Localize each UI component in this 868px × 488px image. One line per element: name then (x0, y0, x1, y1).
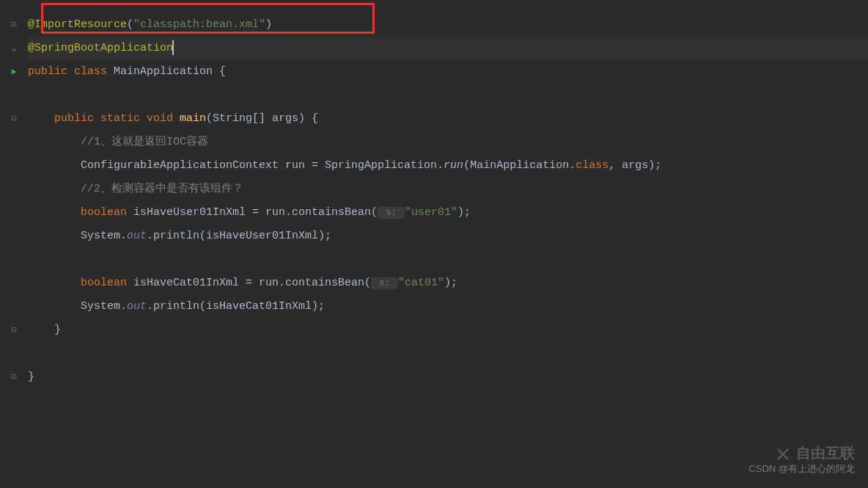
indent (28, 300, 81, 313)
indent (28, 159, 81, 172)
code-text: isHaveUser01InXml = run.containsBean( (133, 206, 378, 219)
indent (28, 324, 54, 336)
indent (28, 112, 54, 125)
annotation: @SpringBootApplication (28, 42, 173, 54)
annotation: @ImportResource (28, 18, 127, 31)
gutter-spacer (0, 272, 28, 295)
code-line[interactable]: boolean isHaveUser01InXml = run.contains… (28, 201, 868, 225)
code-text: .println(isHaveUser01InXml); (147, 230, 331, 242)
comment: //2、检测容器中是否有该组件？ (81, 183, 243, 195)
code-line[interactable]: } (28, 365, 868, 389)
code-line[interactable]: //1、这就是返回IOC容器 (28, 131, 868, 154)
brace: } (54, 324, 61, 336)
field-ref: out (127, 230, 147, 242)
indent (28, 183, 81, 195)
gutter-spacer (0, 201, 28, 225)
code-line[interactable]: } (28, 318, 868, 342)
string-literal: "classpath:bean.xml" (133, 18, 265, 31)
gutter-spacer (0, 154, 28, 178)
indent (28, 206, 81, 219)
param-hint: s: (371, 277, 398, 289)
code-area[interactable]: @ImportResource("classpath:bean.xml") @S… (28, 0, 868, 488)
indent (28, 230, 81, 242)
fold-close-icon[interactable]: ⊟ (0, 318, 28, 342)
keyword: public (28, 65, 74, 78)
code-text: .println(isHaveCat01InXml); (147, 300, 325, 313)
string-literal: "user01" (405, 206, 457, 219)
code-line[interactable] (28, 342, 868, 365)
gutter-spacer (0, 342, 28, 365)
method-call: run (444, 159, 463, 172)
code-line[interactable]: System.out.println(isHaveUser01InXml); (28, 225, 868, 248)
code-line[interactable]: public class MainApplication { (28, 60, 868, 84)
field-ref: out (127, 300, 147, 313)
keyword: static (100, 112, 147, 125)
code-text: ConfigurableApplicationContext run = Spr… (81, 159, 444, 172)
method-name: main (180, 112, 206, 125)
gutter-spacer (0, 248, 28, 272)
code-text: isHaveCat01InXml = run.containsBean( (133, 277, 371, 289)
gutter-marker-icon[interactable]: ⌄ (0, 37, 28, 60)
fold-handle-icon[interactable]: ⊟ (0, 107, 28, 131)
code-line[interactable]: ConfigurableApplicationContext run = Spr… (28, 154, 868, 178)
code-editor[interactable]: ⊟ ⌄ ▶ ⊟ ⊟ ⊟ @ImportResource("classpath:b… (0, 0, 868, 488)
indent (28, 136, 81, 148)
param-hint: s: (378, 207, 405, 219)
code-text: ); (444, 277, 457, 289)
code-text: System. (81, 230, 127, 242)
code-line[interactable]: @ImportResource("classpath:bean.xml") (28, 13, 868, 37)
gutter-spacer (0, 178, 28, 201)
keyword: public (54, 112, 100, 125)
keyword: void (147, 112, 180, 125)
paren: ( (127, 18, 133, 31)
gutter-spacer (0, 225, 28, 248)
string-literal: "cat01" (398, 277, 444, 289)
brace: { (219, 65, 226, 78)
gutter: ⊟ ⌄ ▶ ⊟ ⊟ ⊟ (0, 0, 28, 488)
fold-handle-icon[interactable]: ⊟ (0, 13, 28, 37)
gutter-spacer (0, 84, 28, 107)
gutter-spacer (0, 131, 28, 154)
run-icon[interactable]: ▶ (0, 60, 28, 84)
keyword: boolean (81, 277, 133, 289)
fold-close-icon[interactable]: ⊟ (0, 365, 28, 389)
keyword: class (575, 159, 608, 172)
text-cursor (172, 40, 174, 55)
brace: } (28, 371, 34, 383)
code-line[interactable] (28, 84, 868, 107)
code-text: (MainApplication. (463, 159, 575, 172)
code-line[interactable]: System.out.println(isHaveCat01InXml); (28, 295, 868, 318)
code-line[interactable]: boolean isHaveCat01InXml = run.containsB… (28, 272, 868, 295)
paren: ) (265, 18, 272, 31)
code-line[interactable] (28, 248, 868, 272)
class-name: MainApplication (114, 65, 219, 78)
comment: //1、这就是返回IOC容器 (81, 136, 208, 148)
code-line[interactable]: @SpringBootApplication (28, 37, 868, 60)
code-line[interactable]: public static void main(String[] args) { (28, 107, 868, 131)
gutter-spacer (0, 295, 28, 318)
code-line[interactable]: //2、检测容器中是否有该组件？ (28, 178, 868, 201)
code-text: , args); (608, 159, 661, 172)
params: (String[] args) { (206, 112, 318, 125)
code-text: System. (81, 300, 127, 313)
keyword: boolean (81, 206, 133, 219)
keyword: class (74, 65, 114, 78)
indent (28, 277, 81, 289)
code-text: ); (457, 206, 471, 219)
